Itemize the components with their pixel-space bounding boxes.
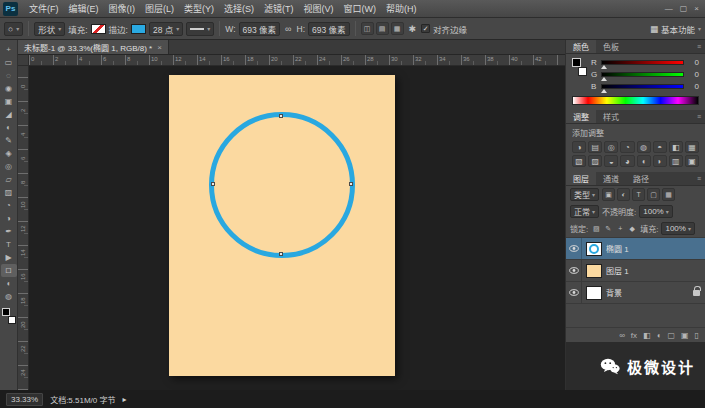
ellipse-shape[interactable]	[209, 112, 355, 258]
tab-adjustments[interactable]: 调整	[566, 110, 596, 123]
menu-item[interactable]: 编辑(E)	[64, 0, 104, 17]
slider-knob-icon[interactable]	[601, 65, 607, 69]
close-icon[interactable]: ×	[694, 4, 699, 13]
minimize-icon[interactable]: —	[665, 4, 673, 13]
path-operations-icon[interactable]: ◫	[361, 22, 374, 35]
dodge-tool[interactable]: ◑	[1, 212, 17, 225]
slider-knob-icon[interactable]	[601, 89, 607, 93]
gear-icon[interactable]: ✱	[407, 24, 419, 34]
posterize-icon[interactable]: ◖	[637, 155, 651, 167]
stroke-swatch[interactable]	[131, 24, 146, 34]
menu-item[interactable]: 视图(V)	[299, 0, 339, 17]
stroke-width-field[interactable]: 28 点 ▾	[149, 22, 183, 36]
hue-saturation-icon[interactable]: ◓	[653, 141, 667, 153]
stroke-style-select[interactable]: ▾	[186, 22, 214, 36]
marquee-tool[interactable]: ▭	[1, 56, 17, 69]
tab-swatches[interactable]: 色板	[596, 40, 626, 53]
exposure-icon[interactable]: ◔	[620, 141, 634, 153]
visibility-toggle[interactable]	[566, 260, 582, 281]
blur-tool[interactable]: ◔	[1, 199, 17, 212]
path-alignment-icon[interactable]: ▤	[376, 22, 389, 35]
tab-channels[interactable]: 通道	[596, 172, 626, 185]
document-canvas[interactable]	[169, 75, 395, 376]
opacity-field[interactable]: 100% ▾	[639, 205, 672, 218]
tab-layers[interactable]: 图层	[566, 172, 596, 185]
document-tab[interactable]: 未标题-1 @ 33.3%(椭圆 1, RGB/8) * ×	[18, 40, 169, 54]
tab-color[interactable]: 颜色	[566, 40, 596, 53]
menu-item[interactable]: 图层(L)	[140, 0, 179, 17]
panel-menu-icon[interactable]: ≡	[693, 110, 705, 123]
pen-tool[interactable]: ✒	[1, 225, 17, 238]
lock-pixels-icon[interactable]: ✎	[603, 223, 613, 234]
brush-tool[interactable]: ✎	[1, 134, 17, 147]
anchor-point-left[interactable]	[211, 182, 215, 186]
invert-icon[interactable]: ◕	[620, 155, 634, 167]
background-color-swatch[interactable]	[8, 316, 16, 324]
maximize-icon[interactable]: ▢	[680, 4, 688, 13]
brightness-contrast-icon[interactable]: ◑	[572, 141, 586, 153]
blend-mode-select[interactable]: 正常 ▾	[570, 205, 599, 218]
status-arrow-icon[interactable]: ▸	[123, 395, 127, 404]
workspace-switcher[interactable]: ▦ 基本功能 ▾	[650, 23, 701, 35]
layer-thumbnail[interactable]	[586, 264, 602, 278]
gradient-map-icon[interactable]: ▥	[669, 155, 683, 167]
color-balance-icon[interactable]: ◧	[669, 141, 683, 153]
crop-tool[interactable]: ▣	[1, 95, 17, 108]
vibrance-icon[interactable]: ◍	[637, 141, 651, 153]
threshold-icon[interactable]: ◗	[653, 155, 667, 167]
eyedropper-tool[interactable]: ◢	[1, 108, 17, 121]
layer-style-icon[interactable]: fx	[631, 331, 637, 340]
foreground-color-swatch[interactable]	[572, 58, 581, 67]
type-filter-icon[interactable]: T	[632, 188, 645, 201]
color-lookup-icon[interactable]: ◒	[604, 155, 618, 167]
shape-filter-icon[interactable]: ▢	[647, 188, 660, 201]
ellipse-shape-tool[interactable]: □	[1, 264, 17, 277]
tab-paths[interactable]: 路径	[626, 172, 656, 185]
eraser-tool[interactable]: ▱	[1, 173, 17, 186]
lock-all-icon[interactable]: ◆	[627, 223, 637, 234]
menu-item[interactable]: 滤镜(T)	[259, 0, 299, 17]
layer-group-icon[interactable]: ▢	[667, 331, 675, 340]
adjustment-layer-icon[interactable]: ◐	[657, 331, 662, 340]
layer-filter-select[interactable]: 类型 ▾	[570, 188, 599, 201]
shape-width-input[interactable]: 693 像素	[239, 22, 281, 36]
foreground-background-swatches[interactable]	[2, 308, 16, 324]
tool-mode-select[interactable]: 形状 ▾	[34, 22, 65, 36]
healing-brush-tool[interactable]: ◐	[1, 121, 17, 134]
curves-icon[interactable]: ◎	[604, 141, 618, 153]
background-color-swatch[interactable]	[578, 67, 587, 76]
menu-item[interactable]: 窗口(W)	[339, 0, 382, 17]
tool-preset-picker[interactable]: ○ ▾	[4, 22, 23, 36]
history-brush-tool[interactable]: ◎	[1, 160, 17, 173]
move-tool[interactable]: +	[1, 43, 17, 56]
red-slider[interactable]	[601, 60, 684, 65]
menu-item[interactable]: 帮助(H)	[381, 0, 422, 17]
fill-field[interactable]: 100% ▾	[661, 222, 694, 235]
panel-menu-icon[interactable]: ≡	[693, 40, 705, 53]
path-arrange-icon[interactable]: ▦	[391, 22, 404, 35]
type-tool[interactable]: T	[1, 238, 17, 251]
layer-row-ellipse-1[interactable]: 椭圆 1	[566, 238, 705, 260]
link-dimensions-icon[interactable]: ∞	[283, 24, 293, 34]
green-value[interactable]: 0	[687, 70, 699, 79]
lock-transparent-icon[interactable]: ▨	[591, 223, 601, 234]
menu-item[interactable]: 文件(F)	[24, 0, 64, 17]
lasso-tool[interactable]: ◌	[1, 69, 17, 82]
black-white-icon[interactable]: ▦	[685, 141, 699, 153]
anchor-point-right[interactable]	[349, 182, 353, 186]
new-layer-icon[interactable]: ▣	[681, 331, 689, 340]
smart-object-filter-icon[interactable]: ▦	[662, 188, 675, 201]
channel-mixer-icon[interactable]: ▨	[588, 155, 602, 167]
blue-slider[interactable]	[601, 84, 684, 89]
anchor-point-bottom[interactable]	[279, 252, 283, 256]
selective-color-icon[interactable]: ▣	[685, 155, 699, 167]
adjustment-filter-icon[interactable]: ◐	[617, 188, 630, 201]
layer-mask-icon[interactable]: ◧	[643, 331, 651, 340]
menu-item[interactable]: 图像(I)	[104, 0, 141, 17]
menu-item[interactable]: 选择(S)	[219, 0, 259, 17]
visibility-toggle[interactable]	[566, 282, 582, 303]
close-document-icon[interactable]: ×	[157, 43, 162, 52]
canvas[interactable]	[29, 66, 565, 390]
layer-name[interactable]: 椭圆 1	[606, 243, 629, 254]
green-slider[interactable]	[601, 72, 684, 77]
